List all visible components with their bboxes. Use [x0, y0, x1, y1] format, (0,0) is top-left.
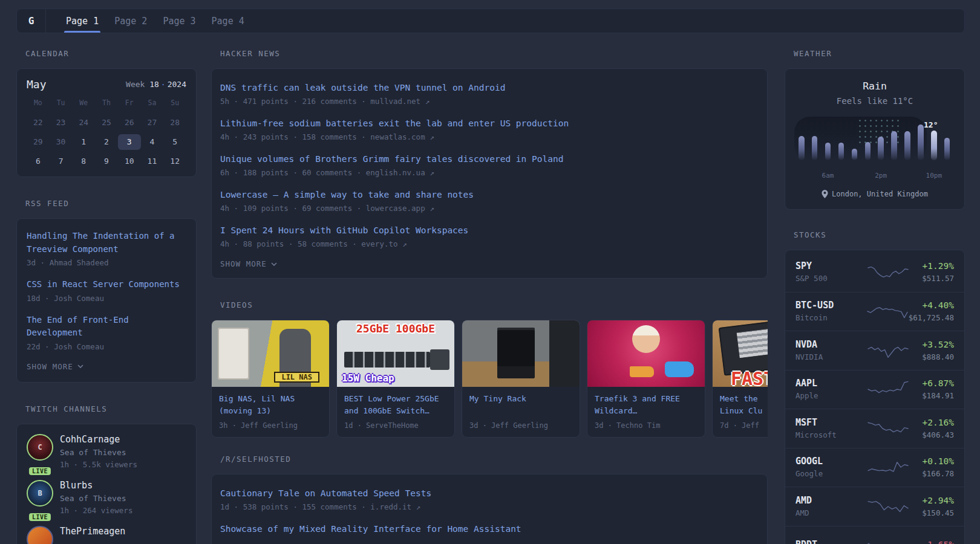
thumbnail-text: 25GbE 100GbE — [337, 322, 454, 335]
stock-row[interactable]: GOOGL Google +0.10% $166.78 — [785, 448, 964, 487]
thumbnail-art — [665, 361, 694, 377]
twitch-channel-name[interactable]: CohhCarnage — [60, 434, 137, 445]
stock-row[interactable]: AMD AMD +2.94% $150.45 — [785, 487, 964, 526]
video-card[interactable]: LIL NAS Big NAS, Lil NAS (moving 13) 3h … — [211, 320, 330, 438]
day-of-week-label: Fr — [118, 98, 141, 111]
stock-ticker: NVDA — [795, 339, 867, 350]
stock-ticker: AAPL — [795, 378, 867, 389]
thumbnail-art — [344, 352, 430, 368]
rss-item-title[interactable]: CSS in React Server Components — [27, 278, 186, 291]
page-tab[interactable]: Page 2 — [106, 9, 155, 33]
stock-price: $184.91 — [909, 390, 954, 401]
video-card[interactable]: My Tiny Rack 3d · Jeff Geerling — [462, 320, 580, 438]
stock-ticker: SPY — [795, 261, 867, 271]
hackernews-widget: DNS traffic can leak outside the VPN tun… — [211, 68, 768, 279]
video-title-line1[interactable]: BEST Low Power 25GbE — [344, 393, 447, 405]
chevron-down-icon — [271, 262, 277, 266]
page-tab-label: Page 3 — [163, 16, 195, 27]
video-thumbnail[interactable]: 25GbE 100GbE 15W Cheap — [337, 320, 454, 387]
video-title-line2[interactable]: and 100GbE Switch… — [344, 405, 447, 417]
hackernews-item-title[interactable]: I Spent 24 Hours with GitHub Copilot Wor… — [220, 224, 759, 237]
rss-item: Handling The Indentation of a Treeview C… — [27, 230, 186, 268]
thumbnail-text: 15W Cheap — [342, 372, 394, 384]
hackernews-item-meta[interactable]: 5h · 471 points · 216 comments · mullvad… — [220, 96, 759, 106]
video-card[interactable]: 25GbE 100GbE 15W Cheap BEST Low Power 25… — [336, 320, 455, 438]
stock-ticker: BTC-USD — [795, 300, 866, 311]
right-column: WEATHER Rain Feels like 11°C 6am2pm10pm1… — [785, 49, 965, 544]
video-thumbnail[interactable] — [462, 320, 580, 387]
hackernews-item-title[interactable]: Lowercase – A simple way to take and sha… — [220, 188, 759, 201]
page-tab[interactable]: Page 4 — [204, 9, 252, 33]
rss-item-title[interactable]: Handling The Indentation of a Treeview C… — [27, 230, 186, 256]
video-title-line1[interactable]: Big NAS, Lil NAS — [219, 393, 322, 405]
show-more-button[interactable]: SHOW MORE — [27, 362, 186, 371]
twitch-channel-row[interactable]: C LIVE CohhCarnage Sea of Thieves 1h · 5… — [27, 434, 186, 470]
stock-row[interactable]: RDDT -1.65% — [785, 526, 964, 544]
stock-row[interactable]: MSFT Microsoft +2.16% $406.43 — [785, 409, 964, 448]
rss-section-title: RSS FEED — [25, 199, 197, 209]
day-of-week-label: We — [72, 98, 95, 111]
rss-item-meta: 3d · Ahmad Shadeed — [27, 257, 186, 268]
calendar-day: 9 — [95, 154, 118, 169]
stock-price: $166.78 — [909, 468, 954, 479]
calendar-day: 4 — [141, 134, 164, 150]
twitch-section-title: TWITCH CHANNELS — [25, 404, 197, 414]
page-tab-label: Page 2 — [114, 16, 147, 27]
twitch-channel-row[interactable]: B LIVE Blurbs Sea of Thieves 1h · 264 vi… — [27, 480, 186, 516]
twitch-channel-name[interactable]: Blurbs — [60, 480, 132, 491]
video-thumbnail[interactable] — [587, 320, 705, 387]
hackernews-item-title[interactable]: DNS traffic can leak outside the VPN tun… — [220, 81, 759, 94]
calendar-day: 29 — [27, 134, 50, 150]
stock-row[interactable]: SPY S&P 500 +1.29% $511.57 — [785, 253, 964, 292]
stock-row[interactable]: BTC-USD Bitcoin +4.40% $61,725.48 — [785, 292, 964, 331]
twitch-avatar: B — [27, 480, 53, 507]
hackernews-item-meta[interactable]: 4h · 109 points · 69 comments · lowercas… — [220, 203, 759, 213]
video-card[interactable]: FAST Meet the Linux Clu 7d · Jeff — [712, 320, 768, 438]
hackernews-item: Unique volumes of Brothers Grimm fairy t… — [220, 152, 759, 178]
stock-company-name: Apple — [795, 390, 867, 401]
video-thumbnail[interactable]: LIL NAS — [212, 320, 329, 387]
hackernews-item-meta[interactable]: 4h · 88 points · 58 comments · every.to … — [220, 239, 759, 249]
twitch-channel-name[interactable]: ThePrimeagen — [60, 526, 125, 537]
thumbnail-text: LIL NAS — [274, 372, 319, 383]
video-title-line2[interactable]: (moving 13) — [219, 405, 322, 417]
hackernews-item: Lowercase – A simple way to take and sha… — [220, 188, 759, 213]
rss-item-title[interactable]: The End of Front-End Development — [27, 314, 186, 340]
video-title-line1[interactable]: Meet the — [720, 393, 768, 405]
video-title-line2[interactable]: Linux Clu — [720, 405, 768, 417]
page-tab[interactable]: Page 1 — [58, 9, 106, 33]
calendar-day: 6 — [27, 154, 50, 169]
top-navbar: G Page 1 Page 2 Page 3 Page 4 — [16, 8, 965, 33]
hackernews-item-meta[interactable]: 6h · 188 points · 60 comments · english.… — [220, 167, 759, 178]
show-more-button[interactable]: SHOW MORE — [220, 259, 759, 268]
stock-change-percent: +4.40% — [909, 300, 954, 311]
stock-row[interactable]: NVDA NVIDIA +3.52% $888.40 — [785, 331, 964, 370]
weather-axis-label: 10pm — [926, 172, 942, 180]
video-title-line1[interactable]: My Tiny Rack — [469, 393, 572, 405]
reddit-item-meta[interactable]: 1d · 538 points · 155 comments · i.redd.… — [220, 502, 759, 512]
video-thumbnail[interactable]: FAST — [713, 320, 768, 387]
calendar-day: 28 — [163, 115, 186, 131]
twitch-channel-row[interactable]: LIVE ThePrimeagen — [27, 526, 186, 544]
video-card[interactable]: Traefik 3 and FREE Wildcard… 3d · Techno… — [587, 320, 705, 438]
thumbnail-art — [430, 349, 449, 370]
app-logo[interactable]: G — [17, 9, 46, 33]
weather-section-title: WEATHER — [794, 49, 965, 59]
hackernews-item-meta[interactable]: 4h · 243 points · 158 comments · newatla… — [220, 132, 759, 142]
video-meta: 3d · Techno Tim — [595, 421, 697, 430]
hackernews-item-title[interactable]: Unique volumes of Brothers Grimm fairy t… — [220, 152, 759, 166]
calendar-day-selected: 3 — [118, 134, 141, 150]
hackernews-item-title[interactable]: Lithium-free sodium batteries exit the l… — [220, 117, 759, 130]
separator-dot: · — [159, 80, 168, 89]
stock-row[interactable]: AAPL Apple +6.87% $184.91 — [785, 370, 964, 409]
rss-item: The End of Front-End Development 22d · J… — [27, 314, 186, 352]
stock-ticker: GOOGL — [795, 456, 867, 467]
videos-carousel: LIL NAS Big NAS, Lil NAS (moving 13) 3h … — [211, 320, 768, 438]
video-title-line2[interactable]: Wildcard… — [595, 405, 697, 417]
reddit-item-title[interactable]: Showcase of my Mixed Reality Interface f… — [220, 522, 759, 536]
video-title-line1[interactable]: Traefik 3 and FREE — [595, 393, 697, 405]
stock-price: $150.45 — [909, 508, 954, 518]
page-tab[interactable]: Page 3 — [155, 9, 203, 33]
reddit-item-title[interactable]: Cautionary Tale on Automated Speed Tests — [220, 487, 759, 500]
calendar-day: 11 — [141, 154, 164, 169]
